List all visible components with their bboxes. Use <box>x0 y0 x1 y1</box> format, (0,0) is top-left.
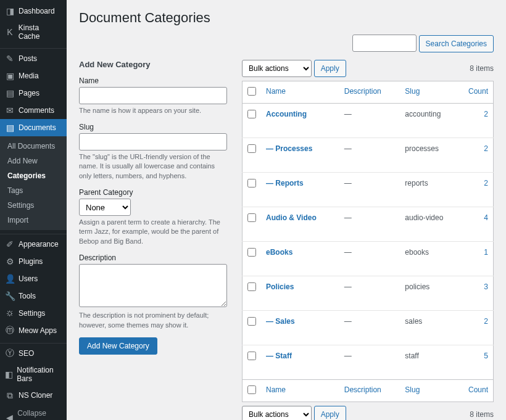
sidebar-item-tools[interactable]: 🔧Tools <box>0 287 67 305</box>
seo-icon: Ⓨ <box>5 348 15 358</box>
row-count-link[interactable]: 2 <box>484 144 488 153</box>
sidebar-item-notification-bars[interactable]: ◧Notification Bars <box>0 362 67 387</box>
submenu-categories[interactable]: Categories <box>0 168 67 183</box>
main-content: Document Categories Search Categories Ad… <box>67 0 506 420</box>
name-input[interactable] <box>79 87 227 104</box>
documents-icon: ▤ <box>5 123 15 133</box>
admin-sidebar: ◨DashboardKKinsta Cache✎Posts▣Media▤Page… <box>0 0 67 420</box>
search-input[interactable] <box>352 35 417 52</box>
sidebar-item-appearance[interactable]: ✐Appearance <box>0 236 67 253</box>
bulk-actions-select-top[interactable]: Bulk actions <box>242 60 312 77</box>
sidebar-label: Meow Apps <box>19 326 57 335</box>
row-name-link[interactable]: — Reports <box>266 179 304 187</box>
settings-icon: ⛭ <box>5 308 15 318</box>
row-name-link[interactable]: Audio & Video <box>266 213 317 222</box>
row-checkbox[interactable] <box>247 317 256 326</box>
kinsta-cache-icon: K <box>5 27 15 37</box>
row-checkbox[interactable] <box>247 144 256 153</box>
sidebar-label: Pages <box>19 89 39 97</box>
bulk-actions-select-bottom[interactable]: Bulk actions <box>242 406 312 421</box>
row-checkbox[interactable] <box>247 213 256 222</box>
sidebar-label: Kinsta Cache <box>19 23 62 41</box>
row-desc: — <box>344 110 352 118</box>
slug-help: The "slug" is the URL-friendly version o… <box>79 152 227 181</box>
comments-icon: ✉ <box>5 105 15 115</box>
row-name-link[interactable]: — Processes <box>266 144 312 153</box>
sidebar-item-comments[interactable]: ✉Comments <box>0 102 67 119</box>
sidebar-item-dashboard[interactable]: ◨Dashboard <box>0 2 67 20</box>
sidebar-item-settings[interactable]: ⛭Settings <box>0 305 67 322</box>
sidebar-item-meow-apps[interactable]: ⓜMeow Apps <box>0 322 67 339</box>
plugins-icon: ⚙ <box>5 257 15 266</box>
submenu-all-documents[interactable]: All Documents <box>0 139 67 154</box>
row-desc: — <box>344 282 352 291</box>
col-desc[interactable]: Description <box>339 81 400 103</box>
table-row: — Processes—processes2 <box>243 138 494 172</box>
row-checkbox[interactable] <box>247 248 256 257</box>
sidebar-item-media[interactable]: ▣Media <box>0 67 67 84</box>
row-slug: processes <box>400 138 462 172</box>
row-checkbox[interactable] <box>247 110 256 118</box>
collapse-menu[interactable]: ◀Collapse menu <box>0 404 67 420</box>
col-slug-foot[interactable]: Slug <box>400 379 462 401</box>
row-name-link[interactable]: eBooks <box>266 248 292 257</box>
col-count-foot[interactable]: Count <box>463 379 494 401</box>
table-row: — Staff—staff5 <box>243 345 494 379</box>
sidebar-item-seo[interactable]: ⓎSEO <box>0 345 67 362</box>
sidebar-item-kinsta-cache[interactable]: KKinsta Cache <box>0 20 67 44</box>
sidebar-item-ns-cloner[interactable]: ⧉NS Cloner <box>0 387 67 404</box>
pages-icon: ▤ <box>5 88 15 98</box>
desc-input[interactable] <box>79 264 227 307</box>
select-all-bottom[interactable] <box>247 385 256 394</box>
desc-label: Description <box>79 253 227 262</box>
items-count-bottom: 8 items <box>470 410 494 419</box>
row-count-link[interactable]: 1 <box>484 248 488 257</box>
row-name-link[interactable]: Accounting <box>266 110 307 118</box>
notification-bars-icon: ◧ <box>5 369 13 379</box>
row-count-link[interactable]: 2 <box>484 317 488 326</box>
sidebar-item-pages[interactable]: ▤Pages <box>0 84 67 102</box>
apply-button-top[interactable]: Apply <box>314 60 346 77</box>
sidebar-item-documents[interactable]: ▤Documents <box>0 119 67 136</box>
row-name-link[interactable]: — Sales <box>266 317 295 326</box>
row-slug: staff <box>400 345 462 379</box>
submenu-import[interactable]: Import <box>0 213 67 228</box>
parent-select[interactable]: None <box>79 199 131 216</box>
col-count[interactable]: Count <box>463 81 494 103</box>
row-checkbox[interactable] <box>247 352 256 360</box>
select-all-top[interactable] <box>247 87 256 96</box>
row-count-link[interactable]: 2 <box>484 110 488 118</box>
row-name-link[interactable]: — Staff <box>266 352 292 360</box>
row-checkbox[interactable] <box>247 282 256 291</box>
search-categories-button[interactable]: Search Categories <box>419 35 494 52</box>
row-count-link[interactable]: 4 <box>484 213 488 222</box>
submenu-add-new[interactable]: Add New <box>0 154 67 168</box>
row-count-link[interactable]: 5 <box>484 352 488 360</box>
sidebar-label: Comments <box>19 106 54 115</box>
posts-icon: ✎ <box>5 54 15 64</box>
form-heading: Add New Category <box>79 60 227 69</box>
sidebar-item-plugins[interactable]: ⚙Plugins <box>0 253 67 270</box>
col-slug[interactable]: Slug <box>400 81 462 103</box>
page-title: Document Categories <box>79 10 494 26</box>
desc-help: The description is not prominent by defa… <box>79 311 227 330</box>
apply-button-bottom[interactable]: Apply <box>314 406 346 421</box>
col-name[interactable]: Name <box>261 81 339 103</box>
row-slug: audio-video <box>400 207 462 241</box>
row-checkbox[interactable] <box>247 179 256 187</box>
name-label: Name <box>79 76 227 85</box>
submenu-settings[interactable]: Settings <box>0 198 67 213</box>
add-category-button[interactable]: Add New Category <box>79 337 157 355</box>
row-count-link[interactable]: 2 <box>484 179 488 187</box>
submenu-tags[interactable]: Tags <box>0 183 67 198</box>
sidebar-item-users[interactable]: 👤Users <box>0 270 67 287</box>
name-help: The name is how it appears on your site. <box>79 106 227 115</box>
row-desc: — <box>344 213 352 222</box>
row-count-link[interactable]: 3 <box>484 282 488 291</box>
sidebar-item-posts[interactable]: ✎Posts <box>0 50 67 67</box>
slug-input[interactable] <box>79 133 227 150</box>
table-row: — Sales—sales2 <box>243 310 494 345</box>
col-name-foot[interactable]: Name <box>261 379 339 401</box>
row-name-link[interactable]: Policies <box>266 282 294 291</box>
col-desc-foot[interactable]: Description <box>339 379 400 401</box>
